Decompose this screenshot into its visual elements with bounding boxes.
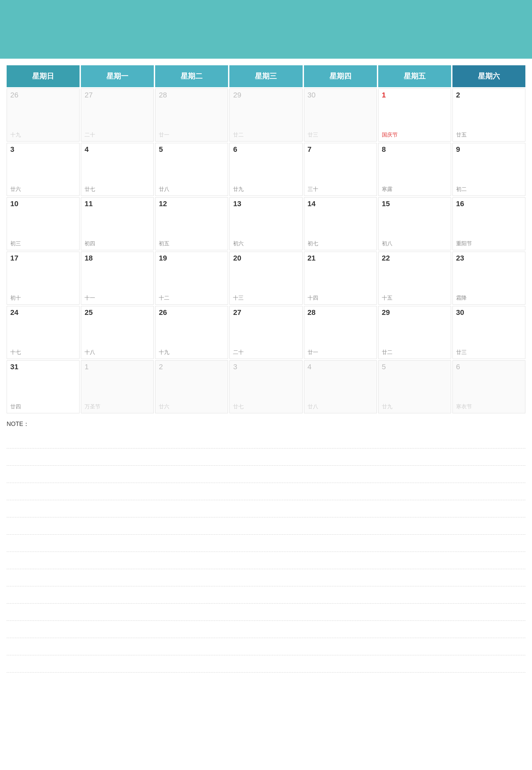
lunar-date: 重阳节: [456, 240, 472, 247]
calendar-cell: 19十二: [155, 252, 228, 305]
lunar-date: 初十: [10, 295, 21, 302]
calendar-cell: 5廿八: [155, 143, 228, 196]
lunar-date: 初八: [382, 240, 392, 247]
day-number: 15: [382, 200, 447, 207]
lunar-date: 廿八: [308, 403, 318, 410]
lunar-date: 廿五: [456, 132, 467, 139]
day-number: 14: [308, 200, 373, 207]
day-headers: 星期日 星期一 星期二 星期三 星期四 星期五 星期六: [7, 65, 525, 87]
day-number: 13: [233, 200, 299, 207]
calendar-cell: 16重阳节: [452, 197, 525, 250]
day-number: 29: [382, 309, 447, 316]
calendar-cell: 30廿三: [304, 89, 377, 142]
note-line: [7, 569, 525, 586]
calendar-grid: 26十九27二十28廿一29廿二30廿三1国庆节2廿五3廿六4廿七5廿八6廿九7…: [7, 89, 525, 413]
day-number: 5: [382, 363, 447, 371]
calendar-cell: 6廿九: [229, 143, 302, 196]
day-number: 28: [159, 91, 224, 99]
lunar-date: 十四: [308, 295, 318, 302]
day-number: 30: [456, 309, 522, 316]
lunar-date: 寒露: [382, 186, 392, 193]
lunar-date: 初六: [233, 240, 244, 247]
lunar-date: 二十: [85, 132, 95, 139]
lunar-date: 十二: [159, 295, 169, 302]
day-number: 24: [10, 309, 76, 316]
calendar-cell: 13初六: [229, 197, 302, 250]
calendar-cell: 27二十: [81, 89, 154, 142]
calendar-cell: 25十八: [81, 306, 154, 359]
calendar-cell: 20十三: [229, 252, 302, 305]
day-number: 18: [85, 255, 150, 262]
note-line: [7, 517, 525, 535]
note-line: [7, 586, 525, 604]
day-number: 1: [85, 363, 150, 371]
day-number: 31: [10, 363, 76, 371]
header-monday: 星期一: [81, 65, 154, 87]
calendar-cell: 26十九: [155, 306, 228, 359]
lunar-date: 二十: [233, 349, 244, 356]
lunar-date: 廿九: [382, 403, 392, 410]
lunar-date: 初四: [85, 240, 95, 247]
calendar-cell: 1国庆节: [378, 89, 451, 142]
note-line: [7, 655, 525, 673]
note-line: [7, 638, 525, 655]
day-number: 5: [159, 146, 224, 153]
lunar-date: 十七: [10, 349, 21, 356]
day-number: 19: [159, 255, 224, 262]
lunar-date: 廿一: [159, 132, 169, 139]
holiday-label: 国庆节: [382, 132, 447, 139]
calendar-cell: 1万圣节: [81, 360, 154, 413]
lunar-date: 十八: [85, 349, 95, 356]
lunar-date: 霜降: [456, 295, 467, 302]
day-number: 4: [308, 363, 373, 371]
calendar-cell: 28廿一: [304, 306, 377, 359]
header-friday: 星期五: [378, 65, 451, 87]
day-number: 2: [159, 363, 224, 371]
day-number: 21: [308, 255, 373, 262]
day-number: 4: [85, 146, 150, 153]
lunar-date: 廿二: [382, 349, 392, 356]
lunar-date: 初二: [456, 186, 467, 193]
lunar-date: 廿七: [85, 186, 95, 193]
calendar-header: [0, 0, 532, 59]
calendar-wrap: 星期日 星期一 星期二 星期三 星期四 星期五 星期六 26十九27二十28廿一…: [0, 59, 532, 413]
day-number: 16: [456, 200, 522, 207]
calendar-cell: 21十四: [304, 252, 377, 305]
calendar-cell: 2廿五: [452, 89, 525, 142]
calendar-cell: 27二十: [229, 306, 302, 359]
calendar-cell: 8寒露: [378, 143, 451, 196]
day-number: 20: [233, 255, 299, 262]
lunar-date: 廿一: [308, 349, 318, 356]
lunar-date: 廿四: [10, 403, 21, 410]
note-line: [7, 448, 525, 466]
calendar-cell: 30廿三: [452, 306, 525, 359]
day-number: 23: [456, 255, 522, 262]
calendar-cell: 31廿四: [7, 360, 80, 413]
calendar-cell: 17初十: [7, 252, 80, 305]
day-number: 3: [10, 146, 76, 153]
lunar-date: 十五: [382, 295, 392, 302]
calendar-cell: 15初八: [378, 197, 451, 250]
note-lines: [7, 431, 525, 673]
lunar-date: 初五: [159, 240, 169, 247]
calendar-cell: 7三十: [304, 143, 377, 196]
header-thursday: 星期四: [304, 65, 377, 87]
calendar-cell: 10初三: [7, 197, 80, 250]
lunar-date: 十九: [159, 349, 169, 356]
day-number: 29: [233, 91, 299, 99]
lunar-date: 廿三: [456, 349, 467, 356]
day-number: 1: [382, 91, 447, 99]
day-number: 26: [159, 309, 224, 316]
note-line: [7, 535, 525, 552]
lunar-date: 初七: [308, 240, 318, 247]
lunar-date: 万圣节: [85, 403, 100, 410]
calendar-cell: 11初四: [81, 197, 154, 250]
day-number: 6: [233, 146, 299, 153]
calendar-cell: 28廿一: [155, 89, 228, 142]
header-wednesday: 星期三: [229, 65, 302, 87]
day-number: 10: [10, 200, 76, 207]
lunar-date: 廿三: [308, 132, 318, 139]
note-line: [7, 604, 525, 621]
calendar-cell: 24十七: [7, 306, 80, 359]
calendar-cell: 14初七: [304, 197, 377, 250]
